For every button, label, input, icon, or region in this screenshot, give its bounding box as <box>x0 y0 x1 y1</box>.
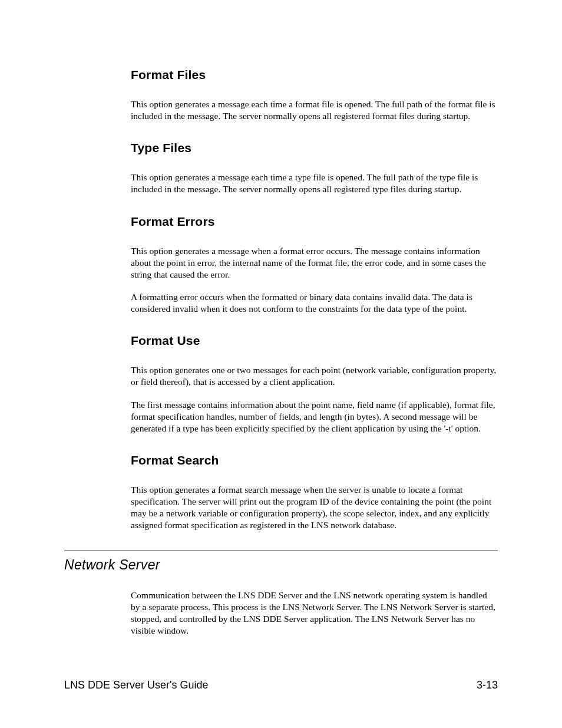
heading-format-search: Format Search <box>131 453 498 467</box>
section-network-server: Network Server Communication between the… <box>64 557 498 637</box>
heading-type-files: Type Files <box>131 141 498 155</box>
paragraph: This option generates a message each tim… <box>131 98 498 122</box>
paragraph: This option generates a format search me… <box>131 484 498 532</box>
heading-format-files: Format Files <box>131 68 498 82</box>
paragraph: This option generates a message each tim… <box>131 172 498 195</box>
section-divider <box>64 551 498 551</box>
paragraph: This option generates a message when a f… <box>131 245 498 281</box>
section-format-search: Format Search This option generates a fo… <box>64 453 498 532</box>
section-format-use: Format Use This option generates one or … <box>64 334 498 434</box>
section-format-files: Format Files This option generates a mes… <box>64 68 498 122</box>
page-footer: LNS DDE Server User's Guide 3-13 <box>64 679 498 691</box>
paragraph: A formatting error occurs when the forma… <box>131 291 498 315</box>
page-content: Format Files This option generates a mes… <box>0 0 562 637</box>
footer-page-number: 3-13 <box>477 679 498 691</box>
heading-format-errors: Format Errors <box>131 215 498 229</box>
section-type-files: Type Files This option generates a messa… <box>64 141 498 195</box>
paragraph: Communication between the LNS DDE Server… <box>131 589 498 637</box>
heading-format-use: Format Use <box>131 334 498 348</box>
footer-title: LNS DDE Server User's Guide <box>64 679 209 691</box>
paragraph: The first message contains information a… <box>131 399 498 434</box>
heading-network-server: Network Server <box>64 557 498 573</box>
paragraph: This option generates one or two message… <box>131 364 498 388</box>
section-format-errors: Format Errors This option generates a me… <box>64 215 498 315</box>
